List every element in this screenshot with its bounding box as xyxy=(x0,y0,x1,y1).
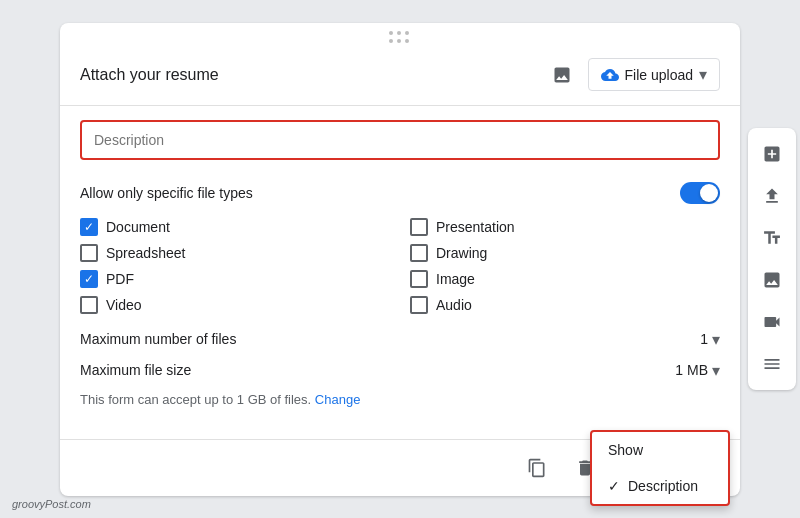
card-footer: Required Show ✓ Description xyxy=(60,439,740,496)
sidebar-video-button[interactable] xyxy=(754,304,790,340)
checkbox-box-video xyxy=(80,296,98,314)
checkbox-presentation[interactable]: Presentation xyxy=(410,218,720,236)
description-input[interactable] xyxy=(80,120,720,160)
drag-dot xyxy=(397,39,401,43)
checkbox-box-document: ✓ xyxy=(80,218,98,236)
sidebar-text-button[interactable] xyxy=(754,220,790,256)
max-size-value: 1 MB xyxy=(675,362,708,378)
toggle-knob xyxy=(700,184,718,202)
show-description-dropdown: Show ✓ Description xyxy=(590,430,730,506)
page-outer: Attach your resume File upload ▾ Allow o… xyxy=(0,0,800,518)
image-icon-button[interactable] xyxy=(544,57,580,93)
checkbox-label-document: Document xyxy=(106,219,170,235)
toggle-row: Allow only specific file types xyxy=(80,182,720,204)
sidebar-section-button[interactable] xyxy=(754,346,790,382)
checkbox-pdf[interactable]: ✓ PDF xyxy=(80,270,390,288)
drag-dot xyxy=(397,31,401,35)
max-files-chevron: ▾ xyxy=(712,330,720,349)
checkbox-box-presentation xyxy=(410,218,428,236)
description-field-row xyxy=(60,106,740,174)
checkbox-label-presentation: Presentation xyxy=(436,219,515,235)
max-size-label: Maximum file size xyxy=(80,362,675,378)
checkbox-box-pdf: ✓ xyxy=(80,270,98,288)
checkbox-drawing[interactable]: Drawing xyxy=(410,244,720,262)
max-files-label: Maximum number of files xyxy=(80,331,700,347)
check-mark-icon: ✓ xyxy=(608,478,620,494)
change-link[interactable]: Change xyxy=(315,392,361,407)
file-types-label: Allow only specific file types xyxy=(80,185,253,201)
max-files-value: 1 xyxy=(700,331,708,347)
duplicate-button[interactable] xyxy=(519,450,555,486)
checkbox-audio[interactable]: Audio xyxy=(410,296,720,314)
info-text: This form can accept up to 1 GB of files… xyxy=(80,392,311,407)
header-icons: File upload ▾ xyxy=(544,57,721,93)
drag-dot xyxy=(405,39,409,43)
card-title: Attach your resume xyxy=(80,66,544,84)
sidebar-add-button[interactable] xyxy=(754,136,790,172)
checkbox-label-drawing: Drawing xyxy=(436,245,487,261)
max-files-row: Maximum number of files 1 ▾ xyxy=(80,330,720,349)
check-document: ✓ xyxy=(84,221,94,233)
main-card: Attach your resume File upload ▾ Allow o… xyxy=(60,23,740,496)
checkbox-label-pdf: PDF xyxy=(106,271,134,287)
checkbox-label-spreadsheet: Spreadsheet xyxy=(106,245,185,261)
file-upload-label: File upload xyxy=(625,67,694,83)
drag-dot xyxy=(389,31,393,35)
checkbox-image[interactable]: Image xyxy=(410,270,720,288)
checkbox-label-video: Video xyxy=(106,297,142,313)
checkbox-label-image: Image xyxy=(436,271,475,287)
drag-dot xyxy=(389,39,393,43)
drag-handle[interactable] xyxy=(60,23,740,49)
checkbox-box-spreadsheet xyxy=(80,244,98,262)
dropdown-description-item[interactable]: ✓ Description xyxy=(592,468,728,504)
info-row: This form can accept up to 1 GB of files… xyxy=(80,392,720,407)
card-content: Allow only specific file types ✓ Documen… xyxy=(60,174,740,439)
checkbox-label-audio: Audio xyxy=(436,297,472,313)
max-size-row: Maximum file size 1 MB ▾ xyxy=(80,361,720,380)
dropdown-show-item[interactable]: Show xyxy=(592,432,728,468)
checkbox-box-drawing xyxy=(410,244,428,262)
check-pdf: ✓ xyxy=(84,273,94,285)
show-label: Show xyxy=(608,442,643,458)
drag-dot xyxy=(405,31,409,35)
right-sidebar xyxy=(748,128,796,390)
sidebar-import-button[interactable] xyxy=(754,178,790,214)
checkboxes-grid: ✓ Document Presentation Spreadsheet Draw… xyxy=(80,218,720,314)
file-types-toggle[interactable] xyxy=(680,182,720,204)
max-size-selector[interactable]: 1 MB ▾ xyxy=(675,361,720,380)
checkbox-box-image xyxy=(410,270,428,288)
file-upload-chevron: ▾ xyxy=(699,65,707,84)
watermark: groovyPost.com xyxy=(12,498,91,510)
drag-dots xyxy=(389,31,411,45)
max-size-chevron: ▾ xyxy=(712,361,720,380)
sidebar-image-button[interactable] xyxy=(754,262,790,298)
checkbox-video[interactable]: Video xyxy=(80,296,390,314)
max-files-selector[interactable]: 1 ▾ xyxy=(700,330,720,349)
checkbox-box-audio xyxy=(410,296,428,314)
checkbox-spreadsheet[interactable]: Spreadsheet xyxy=(80,244,390,262)
checkbox-document[interactable]: ✓ Document xyxy=(80,218,390,236)
file-upload-button[interactable]: File upload ▾ xyxy=(588,58,721,91)
description-label: Description xyxy=(628,478,698,494)
card-header: Attach your resume File upload ▾ xyxy=(60,49,740,106)
